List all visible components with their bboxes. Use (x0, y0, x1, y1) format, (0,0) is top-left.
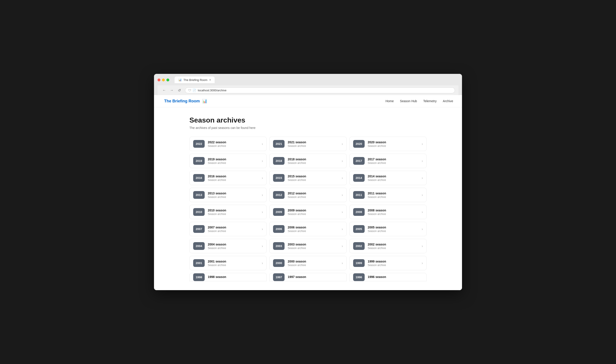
season-card-2012[interactable]: 2012 2012 season Season archive › (269, 188, 347, 202)
season-arrow-2008: › (422, 210, 423, 214)
season-name-2021: 2021 season (288, 141, 338, 144)
season-label-2017: Season archive (368, 161, 419, 165)
season-name-2002: 2002 season (368, 243, 419, 246)
season-card-2009[interactable]: 2009 2009 season Season archive › (269, 205, 347, 219)
season-badge-2021: 2021 (273, 140, 284, 148)
site-logo[interactable]: The Briefing Room 📊 (163, 99, 207, 104)
season-badge-2020: 2020 (353, 140, 365, 148)
browser-toolbar: ← → ↺ 🛡 📄 localhost:3000/archive (158, 85, 458, 95)
season-badge-2006: 2006 (273, 225, 284, 233)
season-card-2015[interactable]: 2015 2015 season Season archive › (269, 171, 347, 185)
refresh-button[interactable]: ↺ (176, 87, 182, 93)
season-label-2007: Season archive (208, 230, 259, 233)
season-info-2012: 2012 season Season archive (288, 192, 338, 199)
season-name-2003: 2003 season (288, 243, 338, 246)
tab-close-button[interactable]: × (209, 78, 211, 82)
season-card-2005[interactable]: 2005 2005 season Season archive › (349, 222, 427, 236)
season-badge-2016: 2016 (193, 174, 205, 182)
season-card-partial-1996[interactable]: 1996 1996 season (349, 273, 427, 281)
season-name-2018: 2018 season (288, 157, 338, 161)
season-card-2014[interactable]: 2014 2014 season Season archive › (349, 171, 427, 185)
season-label-2019: Season archive (208, 161, 259, 165)
season-card-2010[interactable]: 2010 2010 season Season archive › (189, 205, 267, 219)
season-label-2018: Season archive (288, 161, 338, 165)
season-card-2022[interactable]: 2022 2022 season Season archive › (189, 137, 267, 151)
nav-home[interactable]: Home (386, 99, 394, 103)
season-arrow-2020: › (422, 142, 423, 146)
page-title: Season archives (189, 116, 427, 124)
season-info-2016: 2016 season Season archive (208, 174, 259, 182)
browser-tab[interactable]: 📊 The Briefing Room × (174, 77, 215, 83)
tab-favicon-icon: 📊 (178, 78, 182, 82)
season-info-2013: 2013 season Season archive (208, 192, 259, 199)
maximize-button[interactable] (166, 78, 169, 81)
season-arrow-2012: › (342, 193, 343, 197)
season-card-2019[interactable]: 2019 2019 season Season archive › (189, 154, 267, 168)
season-badge-2005: 2005 (353, 225, 365, 233)
logo-text: The Briefing Room (164, 99, 200, 103)
season-card-2006[interactable]: 2006 2006 season Season archive › (269, 222, 347, 236)
season-card-2016[interactable]: 2016 2016 season Season archive › (189, 171, 267, 185)
back-button[interactable]: ← (161, 87, 167, 93)
season-card-2008[interactable]: 2008 2008 season Season archive › (349, 205, 427, 219)
season-card-2004[interactable]: 2004 2004 season Season archive › (189, 239, 267, 253)
season-card-partial-1997[interactable]: 1997 1997 season (269, 273, 347, 281)
season-card-2013[interactable]: 2013 2013 season Season archive › (189, 188, 267, 202)
season-badge-2004: 2004 (193, 242, 205, 250)
nav-archive[interactable]: Archive (443, 99, 453, 103)
season-card-1999[interactable]: 1999 1999 season Season archive › (349, 256, 427, 270)
season-card-2007[interactable]: 2007 2007 season Season archive › (189, 222, 267, 236)
season-arrow-2013: › (262, 193, 263, 197)
season-label-2020: Season archive (368, 144, 419, 147)
season-label-2016: Season archive (208, 179, 259, 182)
season-card-2000[interactable]: 2000 2000 season Season archive › (269, 256, 347, 270)
season-card-2017[interactable]: 2017 2017 season Season archive › (349, 154, 427, 168)
partial-row: 1998 1998 season 1997 1997 season 1996 1… (189, 273, 427, 281)
season-name-2012: 2012 season (288, 192, 338, 195)
browser-chrome: 📊 The Briefing Room × ← → ↺ 🛡 📄 localhos… (154, 74, 462, 95)
season-arrow-2015: › (342, 176, 343, 180)
season-name-2009: 2009 season (288, 208, 338, 212)
season-info-2022: 2022 season Season archive (208, 141, 259, 147)
season-arrow-2003: › (342, 244, 343, 248)
season-arrow-2016: › (262, 176, 263, 180)
address-bar[interactable]: 🛡 📄 localhost:3000/archive (185, 87, 455, 93)
nav-season-hub[interactable]: Season Hub (400, 99, 417, 103)
season-badge-2011: 2011 (353, 191, 365, 199)
season-card-2001[interactable]: 2001 2001 season Season archive › (189, 256, 267, 270)
season-card-2011[interactable]: 2011 2011 season Season archive › (349, 188, 427, 202)
season-info-2011: 2011 season Season archive (368, 192, 419, 199)
season-badge-partial-1997: 1997 (273, 273, 284, 281)
season-card-2020[interactable]: 2020 2020 season Season archive › (349, 137, 427, 151)
season-info-2015: 2015 season Season archive (288, 174, 338, 182)
tab-bar: 📊 The Briefing Room × (174, 77, 215, 83)
season-info-2003: 2003 season Season archive (288, 243, 338, 250)
season-grid: 2022 2022 season Season archive › 2021 2… (189, 137, 427, 270)
season-info-2007: 2007 season Season archive (208, 226, 259, 233)
season-label-2012: Season archive (288, 195, 338, 199)
nav-telemetry[interactable]: Telemetry (423, 99, 437, 103)
season-card-2018[interactable]: 2018 2018 season Season archive › (269, 154, 347, 168)
season-arrow-2009: › (342, 210, 343, 214)
season-badge-2014: 2014 (353, 174, 365, 182)
close-button[interactable] (158, 78, 161, 81)
season-name-1999: 1999 season (368, 260, 419, 263)
season-badge-2007: 2007 (193, 225, 205, 233)
season-badge-2015: 2015 (273, 174, 284, 182)
season-arrow-2014: › (422, 176, 423, 180)
season-card-2021[interactable]: 2021 2021 season Season archive › (269, 137, 347, 151)
season-card-2003[interactable]: 2003 2003 season Season archive › (269, 239, 347, 253)
season-label-2005: Season archive (368, 230, 419, 233)
season-info-2001: 2001 season Season archive (208, 260, 259, 267)
season-card-2002[interactable]: 2002 2002 season Season archive › (349, 239, 427, 253)
minimize-button[interactable] (162, 78, 165, 81)
season-badge-partial-1998: 1998 (193, 273, 205, 281)
season-card-partial-1998[interactable]: 1998 1998 season (189, 273, 267, 281)
season-arrow-2005: › (422, 227, 423, 231)
site-nav: The Briefing Room 📊 Home Season Hub Tele… (154, 95, 462, 107)
season-badge-2001: 2001 (193, 259, 205, 267)
season-label-2001: Season archive (208, 264, 259, 267)
season-label-2006: Season archive (288, 230, 338, 233)
season-badge-2003: 2003 (273, 242, 284, 250)
forward-button[interactable]: → (169, 87, 175, 93)
